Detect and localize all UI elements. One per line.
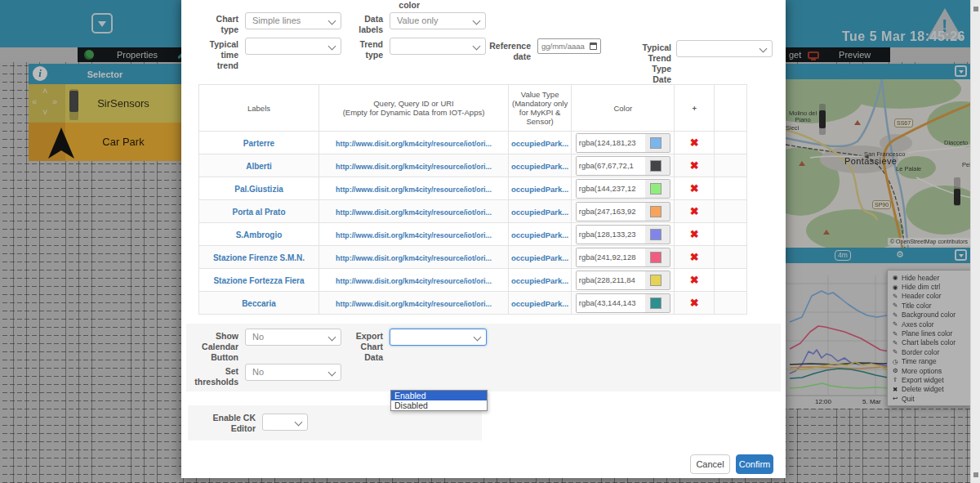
row-query-link[interactable]: http://www.disit.org/km4city/resource/io… bbox=[336, 231, 492, 239]
export-chart-data-select[interactable] bbox=[390, 329, 487, 346]
delete-row-button[interactable]: ✖ bbox=[690, 159, 699, 172]
page-scrollbar[interactable] bbox=[970, 0, 980, 483]
row-color-picker[interactable] bbox=[576, 293, 670, 313]
row-value-type: occupiedPark... bbox=[511, 139, 568, 148]
map-canvas[interactable]: Molino del PianoSieciDiaccetoSan Frances… bbox=[786, 79, 972, 248]
menu-item-axes-color[interactable]: ✎Axes color bbox=[888, 320, 971, 329]
row-query-link[interactable]: http://www.disit.org/km4city/resource/io… bbox=[336, 277, 492, 285]
row-label-link[interactable]: Parterre bbox=[243, 139, 274, 148]
row-color-input[interactable] bbox=[577, 180, 645, 198]
row-color-swatch[interactable] bbox=[650, 183, 662, 195]
row-color-picker[interactable] bbox=[576, 225, 670, 244]
map-dim-slider-thumb[interactable] bbox=[954, 189, 960, 205]
tab-preview[interactable]: get Preview bbox=[782, 47, 890, 62]
menu-item-hide-dim-ctrl[interactable]: ◉Hide dim ctrl bbox=[888, 282, 971, 291]
selector-item-carpark[interactable]: Car Park bbox=[29, 123, 181, 161]
delete-row-button[interactable]: ✖ bbox=[690, 182, 699, 195]
data-labels-select[interactable]: Value only bbox=[390, 12, 486, 29]
row-color-input[interactable] bbox=[577, 248, 645, 266]
row-query-link[interactable]: http://www.disit.org/km4city/resource/io… bbox=[336, 186, 492, 194]
map-widget-menu-icon[interactable] bbox=[955, 65, 967, 77]
info-icon[interactable]: i bbox=[33, 66, 47, 81]
dropdown-option-enabled[interactable]: Enabled bbox=[391, 391, 487, 400]
row-label-link[interactable]: Stazione Firenze S.M.N. bbox=[213, 253, 305, 262]
show-calendar-select[interactable]: No bbox=[245, 329, 341, 346]
menu-item-more-options[interactable]: ⚙More options bbox=[888, 366, 971, 375]
add-row-button[interactable]: + bbox=[675, 85, 715, 132]
menu-item-export-widget[interactable]: ⇧Export widget bbox=[888, 375, 971, 384]
row-color-input[interactable] bbox=[577, 271, 645, 289]
row-color-picker[interactable] bbox=[576, 156, 670, 176]
chart-type-select[interactable]: Simple lines bbox=[245, 12, 341, 29]
selector-item-sirsensors[interactable]: ˄˅ «» SirSensors bbox=[29, 84, 181, 123]
row-query-link[interactable]: http://www.disit.org/km4city/resource/io… bbox=[336, 300, 492, 308]
menu-item-quit[interactable]: ↩Quit bbox=[888, 394, 971, 403]
navbar-dropdown-icon[interactable] bbox=[91, 13, 113, 34]
reference-date-input[interactable]: gg/mm/aaaa bbox=[537, 38, 601, 54]
row-label-link[interactable]: Stazione Fortezza Fiera bbox=[213, 276, 304, 285]
row-label-link[interactable]: S.Ambrogio bbox=[236, 230, 283, 239]
enable-ck-editor-select[interactable] bbox=[262, 414, 308, 431]
delete-row-button[interactable]: ✖ bbox=[690, 251, 699, 263]
gear-icon[interactable]: ⚙ bbox=[896, 249, 904, 260]
typical-time-trend-select[interactable] bbox=[245, 38, 341, 55]
row-color-picker[interactable] bbox=[576, 271, 670, 290]
scrollbar-bottom-icon[interactable] bbox=[973, 472, 978, 477]
map-dim-slider[interactable] bbox=[954, 177, 960, 206]
row-label-link[interactable]: Alberti bbox=[246, 162, 272, 171]
row-color-swatch[interactable] bbox=[650, 137, 662, 149]
confirm-button[interactable]: Confirm bbox=[736, 454, 773, 474]
row-color-swatch[interactable] bbox=[650, 206, 662, 217]
row-color-picker[interactable] bbox=[576, 133, 670, 153]
row-color-input[interactable] bbox=[577, 226, 645, 244]
delete-row-button[interactable]: ✖ bbox=[690, 228, 699, 240]
zoom-slider[interactable] bbox=[69, 89, 78, 120]
cancel-button[interactable]: Cancel bbox=[690, 454, 730, 474]
row-color-input[interactable] bbox=[577, 203, 645, 221]
set-thresholds-select[interactable]: No bbox=[245, 364, 341, 381]
menu-item-background-color[interactable]: ✎Background color bbox=[888, 311, 971, 320]
row-color-picker[interactable] bbox=[576, 202, 670, 221]
menu-item-title-color[interactable]: ✎Title color bbox=[888, 301, 971, 310]
row-label-link[interactable]: Pal.Giustizia bbox=[234, 185, 283, 194]
row-query-link[interactable]: http://www.disit.org/km4city/resource/io… bbox=[336, 254, 492, 262]
delete-row-button[interactable]: ✖ bbox=[690, 136, 699, 149]
row-color-swatch[interactable] bbox=[650, 160, 662, 172]
delete-row-button[interactable]: ✖ bbox=[690, 205, 699, 217]
row-color-swatch[interactable] bbox=[650, 252, 662, 263]
table-row: Stazione Firenze S.M.N.http://www.disit.… bbox=[199, 246, 747, 269]
row-color-swatch[interactable] bbox=[650, 275, 662, 286]
map-dim-slider[interactable] bbox=[819, 104, 826, 135]
menu-item-delete-widget[interactable]: ✖Delete widget bbox=[888, 385, 971, 394]
row-color-input[interactable] bbox=[577, 134, 645, 152]
row-label-link[interactable]: Porta al Prato bbox=[232, 208, 285, 217]
tab-properties[interactable]: Properties bbox=[78, 47, 189, 62]
delete-row-button[interactable]: ✖ bbox=[690, 274, 699, 286]
menu-item-border-color[interactable]: ✎Border color bbox=[888, 347, 971, 356]
menu-item-header-color[interactable]: ✎Header color bbox=[888, 292, 971, 301]
row-color-picker[interactable] bbox=[576, 248, 670, 267]
menu-item-time-range[interactable]: ◷Time range bbox=[888, 357, 971, 366]
zoom-slider-thumb[interactable] bbox=[69, 91, 78, 112]
dropdown-option-disabled[interactable]: Disabled bbox=[391, 400, 487, 410]
scrollbar-top-icon[interactable] bbox=[973, 7, 978, 11]
row-label-link[interactable]: Beccaria bbox=[242, 299, 276, 308]
chart-widget-menu-icon[interactable] bbox=[955, 249, 967, 261]
menu-item-chart-labels-color[interactable]: ✎Chart labels color bbox=[888, 338, 971, 347]
row-color-swatch[interactable] bbox=[650, 297, 662, 309]
trend-type-select[interactable] bbox=[390, 38, 486, 55]
row-color-swatch[interactable] bbox=[650, 229, 662, 240]
row-query-link[interactable]: http://www.disit.org/km4city/resource/io… bbox=[336, 163, 492, 171]
menu-item-hide-header[interactable]: ◉Hide header bbox=[888, 273, 971, 282]
row-query-link[interactable]: http://www.disit.org/km4city/resource/io… bbox=[336, 208, 492, 217]
map-dim-slider-thumb[interactable] bbox=[819, 110, 826, 128]
typical-trend-type-date-select[interactable] bbox=[676, 40, 773, 57]
menu-item-plane-lines-color[interactable]: ✎Plane lines color bbox=[888, 329, 971, 338]
row-query-link[interactable]: http://www.disit.org/km4city/resource/io… bbox=[336, 140, 492, 148]
row-color-picker[interactable] bbox=[576, 179, 670, 199]
map-pan-controls[interactable]: ˄˅ «» bbox=[29, 84, 65, 123]
row-color-input[interactable] bbox=[577, 294, 645, 312]
row-color-input[interactable] bbox=[577, 157, 645, 175]
pan-arrows-icon[interactable]: ˄˅ «» bbox=[30, 87, 63, 120]
delete-row-button[interactable]: ✖ bbox=[690, 297, 699, 309]
